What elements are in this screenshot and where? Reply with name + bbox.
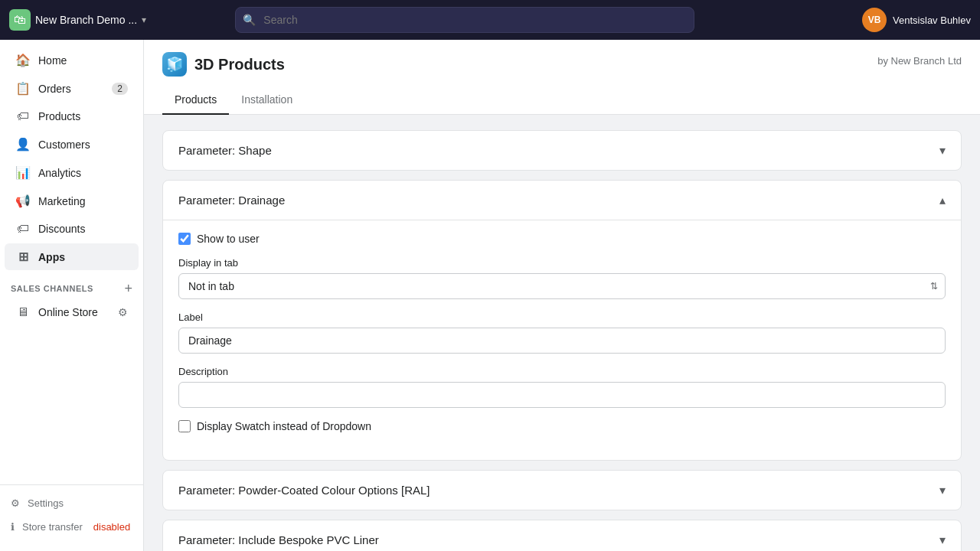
user-name: Ventsislav Buhlev — [893, 15, 971, 26]
sidebar-item-label: Discounts — [38, 223, 85, 235]
avatar: VB — [862, 8, 887, 32]
sidebar-item-analytics[interactable]: 📊 Analytics — [5, 159, 139, 186]
tab-installation[interactable]: Installation — [229, 86, 305, 115]
sidebar-item-label: Customers — [38, 139, 90, 151]
brand-icon: 🛍 — [9, 9, 31, 31]
swatch-label[interactable]: Display Swatch instead of Dropdown — [197, 420, 371, 432]
chevron-up-icon: ▴ — [939, 193, 946, 207]
online-store-icon: 🖥 — [15, 305, 31, 319]
page-title: 3D Products — [194, 56, 285, 73]
page-by: by New Branch Ltd — [877, 55, 962, 67]
tab-products[interactable]: Products — [162, 86, 229, 115]
tab-bar: Products Installation — [162, 86, 305, 114]
show-to-user-label[interactable]: Show to user — [197, 233, 260, 245]
accordion-shape-title: Parameter: Shape — [178, 144, 272, 157]
search-container: 🔍 — [235, 7, 694, 33]
display-in-tab-select[interactable]: Not in tab Tab 1 Tab 2 — [178, 273, 946, 299]
sidebar-item-customers[interactable]: 👤 Customers — [5, 131, 139, 158]
orders-icon: 📋 — [15, 81, 31, 96]
settings-label: Settings — [28, 497, 64, 509]
sidebar-item-products[interactable]: 🏷 Products — [5, 103, 139, 129]
accordion-shape-header[interactable]: Parameter: Shape ▾ — [163, 131, 961, 170]
sidebar: 🏠 Home 📋 Orders 2 🏷 Products 👤 Customers… — [0, 40, 144, 551]
sidebar-item-apps[interactable]: ⊞ Apps — [5, 243, 139, 270]
description-group: Description — [178, 366, 946, 408]
accordion-drainage: Parameter: Drainage ▴ Show to user Displ… — [162, 180, 962, 461]
store-transfer-status: disabled — [93, 521, 130, 533]
apps-icon: ⊞ — [15, 249, 31, 264]
accordion-drainage-body: Show to user Display in tab Not in tab T… — [163, 220, 961, 460]
swatch-row: Display Swatch instead of Dropdown — [178, 420, 946, 432]
sidebar-item-online-store[interactable]: 🖥 Online Store ⚙ — [5, 299, 139, 325]
top-navigation: 🛍 New Branch Demo ... ▾ 🔍 VB Ventsislav … — [0, 0, 980, 40]
search-icon: 🔍 — [243, 14, 256, 26]
add-sales-channel-button[interactable]: + — [124, 282, 132, 295]
brand-button[interactable]: 🛍 New Branch Demo ... ▾ — [9, 9, 147, 31]
home-icon: 🏠 — [15, 53, 31, 67]
sidebar-item-orders[interactable]: 📋 Orders 2 — [5, 75, 139, 102]
label-field-label: Label — [178, 311, 946, 323]
show-to-user-row: Show to user — [178, 233, 946, 245]
display-swatch-checkbox[interactable] — [178, 420, 191, 432]
accordion-shape: Parameter: Shape ▾ — [162, 130, 962, 171]
user-menu[interactable]: VB Ventsislav Buhlev — [862, 8, 971, 32]
discounts-icon: 🏷 — [15, 222, 31, 236]
online-store-settings-icon[interactable]: ⚙ — [118, 306, 128, 318]
sales-channels-header: SALES CHANNELS + — [0, 271, 143, 298]
sidebar-item-home[interactable]: 🏠 Home — [5, 47, 139, 73]
sidebar-item-label: Home — [38, 54, 67, 67]
label-input[interactable] — [178, 328, 946, 354]
sidebar-item-discounts[interactable]: 🏷 Discounts — [5, 216, 139, 242]
brand-chevron-icon: ▾ — [142, 15, 146, 25]
label-group: Label — [178, 311, 946, 354]
main-content: 🧊 3D Products Products Installation by N… — [144, 40, 980, 551]
sidebar-item-label: Products — [38, 110, 80, 122]
products-icon: 🏷 — [15, 109, 31, 123]
marketing-icon: 📢 — [15, 194, 31, 208]
sidebar-item-label: Online Store — [38, 306, 98, 318]
sidebar-item-label: Apps — [38, 251, 65, 263]
accordion-bespoke-pvc-title: Parameter: Include Bespoke PVC Liner — [178, 533, 379, 546]
settings-icon: ⚙ — [11, 497, 20, 509]
analytics-icon: 📊 — [15, 165, 31, 180]
sidebar-item-marketing[interactable]: 📢 Marketing — [5, 187, 139, 214]
sidebar-item-label: Analytics — [38, 167, 81, 179]
accordion-powder-coated-header[interactable]: Parameter: Powder-Coated Colour Options … — [163, 471, 961, 510]
chevron-down-icon: ▾ — [939, 533, 946, 547]
display-in-tab-group: Display in tab Not in tab Tab 1 Tab 2 — [178, 257, 946, 299]
sidebar-footer: ⚙ Settings ℹ Store transfer disabled — [0, 484, 143, 545]
brand-name: New Branch Demo ... — [35, 14, 137, 26]
accordion-drainage-header[interactable]: Parameter: Drainage ▴ — [163, 181, 961, 220]
customers-icon: 👤 — [15, 137, 31, 152]
search-input[interactable] — [235, 7, 694, 33]
settings-item[interactable]: ⚙ Settings — [0, 491, 143, 515]
accordion-bespoke-pvc-header[interactable]: Parameter: Include Bespoke PVC Liner ▾ — [163, 520, 961, 551]
page-header: 🧊 3D Products Products Installation by N… — [144, 40, 980, 115]
content-area: Parameter: Shape ▾ Parameter: Drainage ▴… — [144, 115, 980, 551]
orders-badge: 2 — [112, 83, 128, 95]
sidebar-item-label: Marketing — [38, 195, 85, 207]
accordion-powder-coated: Parameter: Powder-Coated Colour Options … — [162, 470, 962, 510]
accordion-powder-coated-title: Parameter: Powder-Coated Colour Options … — [178, 484, 430, 497]
store-transfer-item[interactable]: ℹ Store transfer disabled — [0, 515, 143, 539]
display-in-tab-label: Display in tab — [178, 257, 946, 269]
accordion-bespoke-pvc: Parameter: Include Bespoke PVC Liner ▾ — [162, 520, 962, 551]
description-label: Description — [178, 366, 946, 377]
sidebar-item-label: Orders — [38, 83, 71, 95]
show-to-user-checkbox[interactable] — [178, 233, 191, 245]
description-input[interactable] — [178, 382, 946, 408]
app-icon: 🧊 — [162, 52, 187, 77]
chevron-down-icon: ▾ — [939, 483, 946, 497]
chevron-down-icon: ▾ — [939, 143, 946, 158]
store-transfer-icon: ℹ — [11, 521, 15, 533]
accordion-drainage-title: Parameter: Drainage — [178, 194, 285, 207]
store-transfer-label: Store transfer — [22, 521, 83, 533]
